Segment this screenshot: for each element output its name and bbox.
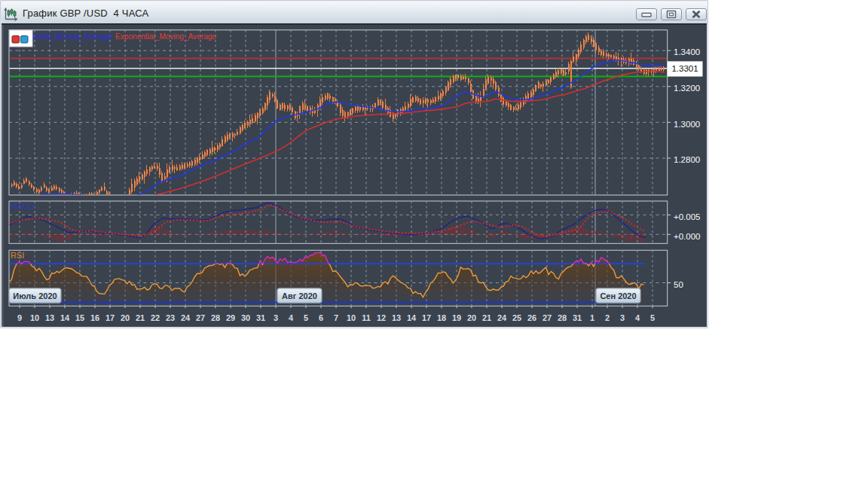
svg-text:10: 10	[30, 313, 39, 322]
svg-text:26: 26	[527, 313, 536, 322]
svg-text:23: 23	[166, 313, 175, 322]
svg-text:25: 25	[512, 313, 521, 322]
svg-text:+0.005: +0.005	[674, 212, 701, 221]
svg-text:Июль 2020: Июль 2020	[13, 291, 57, 300]
svg-text:1.3200: 1.3200	[674, 84, 700, 93]
svg-text:5: 5	[304, 313, 308, 322]
svg-text:11: 11	[362, 313, 371, 322]
svg-text:21: 21	[482, 313, 491, 322]
svg-text:22: 22	[151, 313, 160, 322]
svg-text:2: 2	[605, 313, 610, 322]
svg-text:4: 4	[289, 313, 294, 322]
svg-text:50: 50	[674, 280, 683, 289]
svg-text:1: 1	[590, 313, 594, 322]
svg-text:ential_Moving_Average: ential_Moving_Average	[33, 32, 112, 41]
svg-text:1.3400: 1.3400	[674, 47, 700, 56]
svg-text:12: 12	[377, 313, 386, 322]
svg-text:6: 6	[319, 313, 323, 322]
svg-text:28: 28	[211, 313, 220, 322]
svg-text:14: 14	[407, 313, 417, 322]
svg-text:1.3301: 1.3301	[671, 64, 698, 73]
svg-text:RSI: RSI	[11, 251, 24, 260]
svg-text:10: 10	[347, 313, 356, 322]
svg-text:+0.000: +0.000	[674, 232, 701, 241]
svg-text:Exponential_Moving_Average: Exponential_Moving_Average	[115, 32, 216, 41]
svg-text:27: 27	[542, 313, 552, 322]
svg-text:24: 24	[181, 313, 191, 322]
svg-text:13: 13	[392, 313, 401, 322]
svg-text:9: 9	[17, 313, 22, 322]
svg-text:14: 14	[60, 313, 70, 322]
svg-text:28: 28	[558, 313, 567, 322]
svg-text:17: 17	[422, 313, 431, 322]
svg-text:13: 13	[45, 313, 54, 322]
svg-text:5: 5	[650, 313, 655, 322]
svg-text:29: 29	[226, 313, 235, 322]
svg-text:20: 20	[121, 313, 130, 322]
svg-text:Сен 2020: Сен 2020	[600, 291, 636, 300]
svg-text:30: 30	[241, 313, 250, 322]
svg-text:20: 20	[467, 313, 476, 322]
svg-text:21: 21	[136, 313, 145, 322]
svg-text:16: 16	[90, 313, 99, 322]
svg-text:17: 17	[105, 313, 115, 322]
svg-text:24: 24	[497, 313, 507, 322]
svg-text:31: 31	[256, 313, 265, 322]
svg-text:1.2800: 1.2800	[674, 155, 700, 164]
svg-text:15: 15	[75, 313, 84, 322]
svg-text:3: 3	[274, 313, 278, 322]
svg-text:Авг 2020: Авг 2020	[282, 291, 317, 300]
svg-text:4: 4	[635, 313, 640, 322]
svg-text:27: 27	[196, 313, 205, 322]
svg-text:31: 31	[573, 313, 582, 322]
svg-text:1.3000: 1.3000	[674, 120, 700, 129]
svg-text:MACD: MACD	[11, 202, 35, 211]
svg-text:3: 3	[620, 313, 625, 322]
svg-text:7: 7	[334, 313, 338, 322]
svg-text:18: 18	[437, 313, 446, 322]
svg-text:19: 19	[452, 313, 461, 322]
